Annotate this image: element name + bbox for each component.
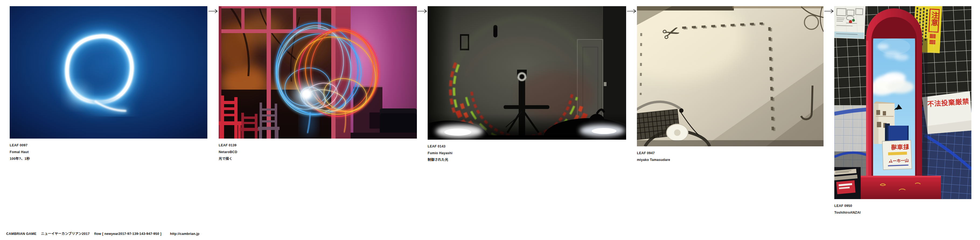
artist-name: Fomal Haut	[10, 149, 207, 156]
light-painting-photo	[219, 6, 417, 138]
gallery-card: 注意 不法投棄厳禁	[834, 6, 971, 216]
leaf-id: LEAF 0139	[219, 142, 417, 149]
gallery-card: LEAF 0143 Fumio Hayashi 制御された光	[428, 6, 626, 163]
artist-name: Fumio Hayashi	[428, 150, 626, 157]
reversed-sign-text: 駐車場	[891, 144, 909, 151]
leaf-id: LEAF 0947	[637, 150, 824, 157]
light-ring-photo	[10, 6, 207, 138]
footer-event-title: ニューイヤーカンブリアン2017	[41, 231, 90, 236]
flow-arrow-icon	[208, 9, 218, 13]
caption: LEAF 0139 NetaroBCD 光で描く	[219, 142, 417, 162]
reversed-sign: 駐車場 山一ホーム	[882, 140, 912, 170]
photo-leaf-0143[interactable]	[428, 6, 626, 140]
leaf-id: LEAF 0143	[428, 143, 626, 150]
photo-leaf-0097[interactable]	[10, 6, 207, 138]
pov-wheel-photo	[428, 6, 626, 140]
caption: LEAF 0143 Fumio Hayashi 制御された光	[428, 143, 626, 163]
photo-leaf-0950[interactable]: 注意 不法投棄厳禁	[834, 6, 971, 199]
leaf-id: LEAF 0950	[834, 203, 971, 209]
wall-scissors-photo: ✂	[637, 6, 824, 146]
flow-arrow-icon	[627, 9, 637, 13]
mirror-photo: 注意 不法投棄厳禁	[834, 6, 971, 199]
caption: LEAF 0097 Fomal Haut 100年?、1秒	[10, 142, 207, 162]
footer-url-link[interactable]: http://cambrian.jp	[170, 232, 199, 236]
photo-leaf-0139[interactable]	[219, 6, 417, 138]
flow-arrow-icon	[417, 9, 428, 13]
work-title: 100年?、1秒	[10, 156, 207, 162]
gallery-card: ✂	[637, 6, 824, 163]
reversed-sign-subtext: 山一ホーム	[889, 158, 909, 164]
artist-name: ToshihiroANZAI	[834, 209, 971, 216]
footer-flow-code: flow [ newyear2017-97-139-143-947-950 ]	[94, 232, 161, 236]
photo-leaf-0947[interactable]: ✂	[637, 6, 824, 146]
caption: LEAF 0947 miyako Tamasudare	[637, 150, 824, 163]
gallery-card: LEAF 0097 Fomal Haut 100年?、1秒	[10, 6, 207, 162]
book-stack	[834, 167, 861, 199]
gallery-card: LEAF 0139 NetaroBCD 光で描く	[219, 6, 417, 162]
caption: LEAF 0950 ToshihiroANZAI	[834, 203, 971, 216]
gallery-page: { "page": { "background": "#ffffff", "ca…	[0, 0, 980, 240]
footer: CAMBRIAN GAME ニューイヤーカンブリアン2017 flow [ ne…	[6, 231, 200, 236]
leaf-id: LEAF 0097	[10, 142, 207, 149]
artist-name: miyako Tamasudare	[637, 157, 824, 163]
work-title: 制御された光	[428, 157, 626, 163]
flow-arrow-icon	[824, 9, 834, 13]
artist-name: NetaroBCD	[219, 149, 417, 156]
work-title: 光で描く	[219, 156, 417, 162]
footer-brand: CAMBRIAN GAME	[6, 232, 37, 236]
banner: 不法投棄厳禁	[922, 91, 971, 134]
